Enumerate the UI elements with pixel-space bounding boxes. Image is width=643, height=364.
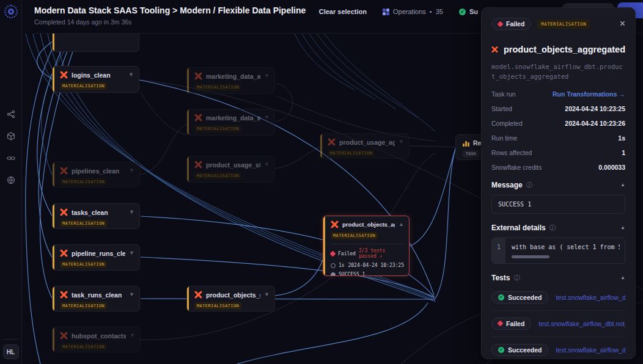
detail-value: 1	[622, 149, 625, 156]
failed-diamond-icon	[498, 21, 504, 27]
sql-code-block[interactable]: 1 with base as ( select 1 from SNOWFLAKE	[491, 238, 625, 264]
graph-node-marketing-data-aggregated[interactable]: marketing_data_aggregated ▼ MATERIALISAT…	[186, 67, 275, 94]
operations-count: 35	[436, 8, 443, 15]
dbt-icon	[331, 220, 339, 228]
node-timestamp: 2024-04-24 10:23:25	[348, 263, 404, 268]
tests-list: ✓Succeeded test.snowflake_airflow_dbt.un…	[491, 285, 625, 359]
check-circle-icon: ✓	[498, 294, 504, 300]
panel-title: product_objects_aggregated	[504, 45, 625, 54]
graph-node-tasks-clean[interactable]: tasks_clean ▼ MATERIALISATION	[52, 203, 140, 229]
clear-selection-button[interactable]: Clear selection	[319, 8, 367, 15]
user-avatar[interactable]: HL	[3, 344, 19, 359]
graph-node-task-runs-clean[interactable]: task_runs_clean ▼ MATERIALISATION	[52, 286, 140, 311]
horizontal-scrollbar[interactable]	[512, 255, 549, 258]
chevron-down-icon[interactable]: ▼	[129, 250, 134, 256]
chevron-down-icon[interactable]: ▼	[128, 72, 134, 78]
dbt-icon	[60, 167, 68, 175]
check-circle-icon: ✓	[459, 9, 466, 15]
operations-counter[interactable]: Operations • 35	[383, 8, 443, 15]
chevron-down-icon[interactable]: ▼	[129, 292, 134, 297]
chevron-down-icon[interactable]: ▼	[130, 333, 135, 338]
chevron-up-icon[interactable]: ▲	[399, 222, 404, 227]
chevron-down-icon[interactable]: ▼	[129, 168, 134, 173]
info-icon[interactable]: ⓘ	[526, 181, 532, 189]
tests-section-title: Tests	[491, 274, 510, 282]
tests-summary-link[interactable]: 2/3 tests passed ↗	[359, 248, 404, 259]
detail-value: 0.000033	[598, 164, 625, 171]
test-status-badge: Failed	[491, 318, 531, 330]
bar-chart-icon	[463, 140, 469, 147]
graph-node-product-objects-staging[interactable]: product_objects_staging ▼ MATERIALISATIO…	[186, 286, 275, 311]
graph-node-clipped[interactable]	[52, 34, 139, 52]
materialisation-badge: MATERIALISATION	[194, 125, 241, 133]
graph-node-logins-clean[interactable]: logins_clean ▼ MATERIALISATION	[52, 66, 139, 93]
node-label: marketing_data_aggregated	[206, 73, 260, 80]
page-title: Modern Data Stack SAAS Tooling > Modern …	[34, 5, 306, 15]
detail-label: Started	[491, 105, 512, 112]
materialisation-badge: MATERIALISATION	[328, 150, 375, 157]
task-run-link[interactable]: Run Transformations →	[553, 90, 625, 98]
materialisation-badge: MATERIALISATION	[194, 172, 241, 180]
graph-node-product-objects-aggregated[interactable]: product_objects_aggregated ▲ MATERIALISA…	[323, 216, 410, 276]
info-icon[interactable]: ⓘ	[549, 224, 556, 232]
graph-node-product-usage-aggregated[interactable]: product_usage_aggregated ▼ MATERIALISATI…	[320, 133, 410, 159]
chevron-down-icon[interactable]: ▼	[264, 73, 270, 79]
orchestra-logo-icon[interactable]	[4, 5, 18, 18]
materialisation-badge: MATERIALISATION	[60, 343, 107, 351]
test-link[interactable]: test.snowflake_airflow_dbt.not_null_pr	[556, 346, 625, 354]
node-label: product_usage_staging	[206, 161, 260, 169]
link-icon[interactable]	[7, 154, 15, 162]
task-badge: TASK	[463, 150, 479, 158]
test-link[interactable]: test.snowflake_airflow_dbt.unique_pro	[556, 294, 625, 301]
dbt-icon	[60, 332, 68, 340]
materialisation-badge: MATERIALISATION	[537, 20, 590, 29]
run-status-subtitle: Completed 14 days ago in 3m 36s	[34, 18, 131, 26]
model-identifier: model.snowflake_airflow_dbt.product_obje…	[491, 62, 625, 82]
dbt-icon	[194, 72, 202, 80]
graph-node-pipelines-clean[interactable]: pipelines_clean ▼ MATERIALISATION	[52, 162, 140, 187]
chevron-down-icon[interactable]: ▼	[264, 115, 270, 120]
collapse-icon[interactable]: ▲	[620, 275, 625, 280]
test-row: Failed test.snowflake_airflow_dbt.not_nu…	[491, 311, 625, 337]
detail-rows: Task runRun Transformations → Started202…	[491, 90, 625, 171]
chevron-down-icon[interactable]: ▼	[264, 162, 270, 167]
succeeded-counter[interactable]: ✓ Su	[459, 8, 478, 15]
graph-node-marketing-data-staging[interactable]: marketing_data_staging ▼ MATERIALISATION	[186, 109, 275, 136]
test-row: ✓Succeeded test.snowflake_airflow_dbt.no…	[491, 337, 625, 359]
dbt-icon	[328, 138, 336, 146]
node-label: pipelines_clean	[72, 167, 119, 175]
materialisation-badge: MATERIALISATION	[60, 302, 107, 310]
graph-node-pipeline-runs-clean[interactable]: pipeline_runs_clean ▼ MATERIALISATION	[52, 244, 140, 271]
dbt-icon	[194, 291, 202, 299]
globe-icon[interactable]	[7, 176, 15, 184]
collapse-icon[interactable]: ▲	[620, 182, 625, 187]
materialisation-badge: MATERIALISATION	[60, 82, 107, 90]
info-icon[interactable]: ⓘ	[513, 274, 520, 282]
detail-label: Rows affected	[491, 149, 532, 156]
node-label: logins_clean	[72, 71, 111, 79]
app-window: HL Modern Data Stack SAAS Tooling > Mode…	[0, 0, 643, 364]
materialisation-badge: MATERIALISATION	[331, 232, 378, 239]
test-link[interactable]: test.snowflake_airflow_dbt.not_null_pr	[538, 320, 625, 327]
cube-icon[interactable]	[7, 132, 15, 140]
succeeded-label: Su	[469, 8, 478, 15]
pipeline-graph-icon[interactable]	[7, 110, 15, 118]
status-badge: Failed	[491, 18, 531, 30]
chevron-down-icon[interactable]: ▼	[129, 209, 134, 215]
failed-diamond-icon	[498, 321, 504, 327]
message-section-title: Message	[491, 181, 523, 189]
external-details-section-title: External details	[491, 224, 546, 232]
node-label: product_objects_staging	[206, 291, 260, 299]
detail-label: Run time	[491, 134, 517, 142]
node-label: product_usage_aggregated	[339, 139, 395, 146]
detail-value: 2024-04-24 10:23:26	[565, 120, 625, 127]
graph-node-hubspot-contacts-clean[interactable]: hubspot_contacts_clean ▼ MATERIALISATION	[52, 327, 141, 352]
dbt-icon	[194, 114, 202, 122]
operations-grid-icon	[383, 9, 389, 15]
close-icon[interactable]: ×	[620, 19, 625, 29]
chevron-down-icon[interactable]: ▼	[399, 139, 404, 145]
test-status-badge: ✓Succeeded	[491, 344, 548, 356]
graph-node-product-usage-staging[interactable]: product_usage_staging ▼ MATERIALISATION	[186, 156, 275, 183]
collapse-icon[interactable]: ▲	[620, 225, 625, 230]
chevron-down-icon[interactable]: ▼	[264, 292, 270, 297]
